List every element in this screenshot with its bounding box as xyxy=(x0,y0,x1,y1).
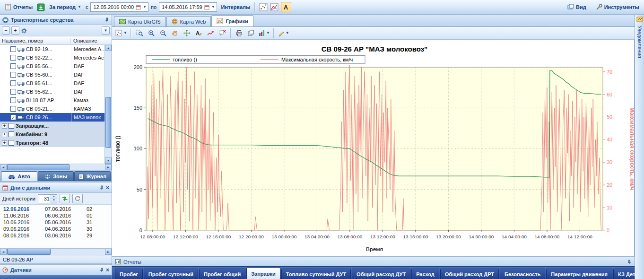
vehicle-row[interactable]: СВ 95-60...DAF xyxy=(0,70,112,79)
scroll-thumb[interactable] xyxy=(7,249,51,255)
vehicle-row[interactable]: СВ 95-62...DAF xyxy=(0,87,112,96)
content-tab-0[interactable]: Карта UkrGIS xyxy=(114,16,166,26)
scatter-chart-icon[interactable] xyxy=(259,3,268,11)
zoom-in-button[interactable] xyxy=(146,28,157,38)
day-date[interactable]: 29 xyxy=(87,233,101,238)
vehicle-row[interactable]: СВ 92-22...Mercedes Ac xyxy=(0,53,112,62)
vehicle-row[interactable]: ВІ 18-87 АРКамаз xyxy=(0,96,112,105)
pin-icon[interactable] xyxy=(99,185,104,190)
day-date[interactable]: 02 xyxy=(87,206,101,212)
scroll-right-icon[interactable]: ► xyxy=(105,249,112,255)
scroll-down-icon[interactable]: ▼ xyxy=(105,157,112,164)
report-tab[interactable]: Пробег суточный xyxy=(144,269,198,279)
report-tab[interactable]: Пробег xyxy=(115,269,143,279)
history-days-value[interactable]: 31 xyxy=(38,195,51,203)
vehicle-checkbox[interactable] xyxy=(10,89,16,95)
column-name[interactable]: Название, номер xyxy=(0,38,71,44)
tools-menu-button[interactable]: Инструменты xyxy=(594,3,641,11)
report-tab[interactable]: КЗ Детальный xyxy=(613,269,635,279)
date-from-field[interactable]: 12.05.2016 00:00 ▼ xyxy=(90,2,148,12)
close-icon[interactable]: × xyxy=(106,268,109,272)
vehicle-row[interactable]: СВ 95-61...DAF xyxy=(0,79,112,87)
expand-icon[interactable]: + xyxy=(2,123,7,129)
day-date[interactable]: 07.06.2016 xyxy=(45,206,87,212)
scroll-thumb[interactable] xyxy=(105,97,111,148)
scroll-left-icon[interactable]: ◄ xyxy=(0,249,7,255)
pin-icon[interactable] xyxy=(104,17,109,22)
tree-column-header[interactable]: Название, номер Описание xyxy=(0,36,112,45)
scroll-thumb[interactable] xyxy=(7,164,70,170)
copy-chart-button[interactable] xyxy=(246,28,256,38)
export-excel-icon[interactable] xyxy=(37,3,45,11)
filter-gear-icon[interactable] xyxy=(21,27,27,34)
reload-button[interactable] xyxy=(72,194,83,203)
sidebar-tab-1[interactable]: Зоны xyxy=(38,171,74,181)
vehicle-checkbox[interactable] xyxy=(10,46,16,52)
text-label-button[interactable]: A xyxy=(193,28,204,38)
report-tab[interactable]: Общий расход ДРТ xyxy=(440,269,499,279)
day-date[interactable]: 12.06.2016 xyxy=(3,206,45,212)
content-tab-2[interactable]: Графики xyxy=(211,15,253,26)
vehicle-checkbox[interactable] xyxy=(10,97,16,103)
expand-icon[interactable]: + xyxy=(2,140,7,146)
date-to-field[interactable]: 14.05.2016 17:59 ▼ xyxy=(159,2,217,12)
pan-hand-button[interactable] xyxy=(170,28,180,38)
zoom-out-button[interactable] xyxy=(158,28,168,38)
day-date[interactable]: 11.06.2016 xyxy=(3,213,45,218)
report-tab[interactable]: Расход xyxy=(411,269,439,279)
column-desc[interactable]: Описание xyxy=(71,38,97,44)
delete-annotation-button[interactable] xyxy=(217,28,227,38)
stepper-down-icon[interactable]: ▼ xyxy=(51,199,57,203)
scroll-left-icon[interactable]: ◄ xyxy=(0,164,7,170)
vehicle-row[interactable]: СВ 92-19...Mercedes A... xyxy=(0,45,112,53)
draw-pencil-button[interactable]: ▼ xyxy=(277,28,290,38)
vehicle-checkbox[interactable] xyxy=(9,131,14,137)
reports-menu-button[interactable]: Отчеты xyxy=(3,3,35,11)
close-icon[interactable]: × xyxy=(106,185,109,190)
day-row[interactable]: 08.06.201603.06.201629 xyxy=(0,232,112,239)
period-button[interactable]: За период ▼ xyxy=(47,3,83,11)
labels-toggle-button[interactable]: A xyxy=(281,2,291,12)
day-date[interactable]: 06.06.2016 xyxy=(45,213,87,218)
day-date[interactable]: 09.06.2016 xyxy=(3,226,45,232)
day-row[interactable]: 09.06.201604.06.201630 xyxy=(0,226,112,232)
print-button[interactable] xyxy=(234,28,244,38)
chart-style-button[interactable]: ▼ xyxy=(258,28,270,38)
pin-icon[interactable] xyxy=(627,260,632,264)
vehicle-row[interactable]: СВ 09-21...КАМАЗ xyxy=(0,105,112,113)
vehicle-checkbox[interactable] xyxy=(10,55,16,61)
stepper-up-icon[interactable]: ▲ xyxy=(51,195,57,199)
vehicle-checkbox[interactable] xyxy=(9,140,14,146)
move-chart-button[interactable] xyxy=(182,28,192,38)
chart-type-button[interactable]: ▼ xyxy=(115,28,128,38)
vehicle-checkbox[interactable]: ✓ xyxy=(10,114,16,120)
date-from-caret-icon[interactable]: ▼ xyxy=(143,5,147,9)
scroll-right-icon[interactable]: ► xyxy=(105,164,112,170)
pin-icon[interactable] xyxy=(99,268,104,272)
sidebar-tab-0[interactable]: Авто xyxy=(1,171,37,181)
view-menu-button[interactable]: Вид xyxy=(566,3,588,11)
vehicle-checkbox[interactable] xyxy=(10,106,16,112)
day-date[interactable]: 03.06.2016 xyxy=(45,233,87,238)
refresh-button[interactable] xyxy=(60,194,70,203)
vehicle-checkbox[interactable] xyxy=(10,72,16,78)
day-date[interactable]: 10.06.2016 xyxy=(3,219,45,225)
vehicle-checkbox[interactable] xyxy=(10,80,16,86)
expand-all-button[interactable]: + xyxy=(11,26,19,35)
trend-arrow-button[interactable] xyxy=(205,28,216,38)
report-tab[interactable]: Безопасность xyxy=(500,269,545,279)
notifications-strip[interactable]: Уведомления xyxy=(635,15,644,279)
day-date[interactable]: 04.06.2016 xyxy=(45,226,87,232)
chart-area[interactable]: 05010015020001020304050607012 08:00:0012… xyxy=(112,40,635,257)
day-row[interactable]: 11.06.201606.06.201601 xyxy=(0,212,112,219)
line-chart[interactable]: 05010015020001020304050607012 08:00:0012… xyxy=(112,40,634,256)
vehicle-checkbox[interactable] xyxy=(9,123,14,129)
day-date[interactable]: 31 xyxy=(87,219,101,225)
reports-collapsed-bar[interactable]: Отчеты xyxy=(112,257,635,266)
sidebar-tab-2[interactable]: Журнал xyxy=(74,171,111,181)
report-tab[interactable]: Топливо суточный ДУТ xyxy=(281,269,351,279)
vehicle-group-row[interactable]: +Трактори: 48 xyxy=(0,139,112,147)
tree-vertical-scrollbar[interactable]: ▲ ▼ xyxy=(104,45,112,164)
report-tab[interactable]: Пробег общий xyxy=(199,269,245,279)
calendar-icon[interactable] xyxy=(204,5,209,10)
